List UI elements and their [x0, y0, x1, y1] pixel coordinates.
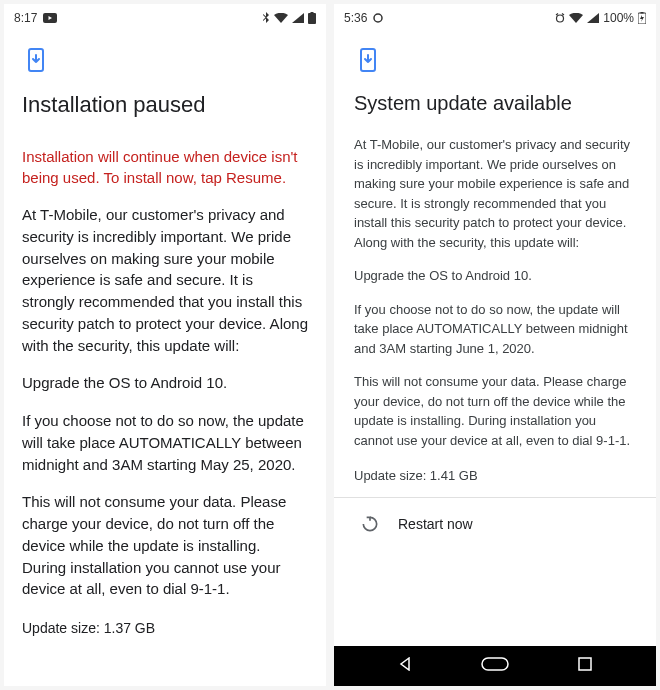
- bluetooth-icon: [262, 12, 270, 24]
- warning-text: Installation will continue when device i…: [22, 146, 308, 188]
- restart-icon: [360, 514, 380, 534]
- wifi-icon: [569, 13, 583, 23]
- app-icon: [373, 13, 383, 23]
- restart-button[interactable]: Restart now: [354, 498, 636, 534]
- alarm-icon: [555, 13, 565, 23]
- svg-rect-9: [482, 658, 508, 670]
- svg-point-4: [374, 14, 382, 22]
- battery-icon: [638, 12, 646, 24]
- body-paragraph-4: This will not consume your data. Please …: [354, 372, 636, 450]
- navigation-bar: [334, 646, 656, 686]
- battery-icon: [308, 12, 316, 24]
- content-area: Installation paused Installation will co…: [4, 32, 326, 686]
- status-bar: 8:17: [4, 4, 326, 32]
- youtube-icon: [43, 13, 57, 23]
- svg-rect-1: [308, 13, 316, 24]
- svg-rect-10: [579, 658, 591, 670]
- body-paragraph-1: At T-Mobile, our customer's privacy and …: [354, 135, 636, 252]
- signal-icon: [292, 13, 304, 23]
- content-area: System update available At T-Mobile, our…: [334, 32, 656, 646]
- status-time: 8:17: [14, 11, 37, 25]
- body-paragraph-4: This will not consume your data. Please …: [22, 491, 308, 600]
- phone-left: 8:17 Installation paused Installation w: [4, 4, 326, 686]
- svg-point-5: [557, 15, 564, 22]
- nav-home-icon[interactable]: [481, 657, 509, 675]
- system-update-icon: [354, 46, 382, 74]
- status-bar: 5:36 100%: [334, 4, 656, 32]
- restart-label: Restart now: [398, 516, 473, 532]
- nav-back-icon[interactable]: [398, 657, 412, 675]
- phone-right: 5:36 100% System update available: [334, 4, 656, 686]
- nav-recent-icon[interactable]: [578, 657, 592, 675]
- svg-rect-2: [311, 12, 314, 14]
- wifi-icon: [274, 13, 288, 23]
- body-paragraph-2: Upgrade the OS to Android 10.: [354, 266, 636, 286]
- signal-icon: [587, 13, 599, 23]
- page-title: System update available: [354, 92, 636, 115]
- body-paragraph-3: If you choose not to do so now, the upda…: [22, 410, 308, 475]
- body-paragraph-2: Upgrade the OS to Android 10.: [22, 372, 308, 394]
- body-paragraph-3: If you choose not to do so now, the upda…: [354, 300, 636, 359]
- status-time: 5:36: [344, 11, 367, 25]
- battery-percent: 100%: [603, 11, 634, 25]
- update-size: Update size: 1.37 GB: [22, 620, 308, 636]
- svg-rect-7: [641, 12, 644, 14]
- page-title: Installation paused: [22, 92, 308, 118]
- system-update-icon: [22, 46, 50, 74]
- body-paragraph-1: At T-Mobile, our customer's privacy and …: [22, 204, 308, 356]
- update-size: Update size: 1.41 GB: [354, 468, 636, 483]
